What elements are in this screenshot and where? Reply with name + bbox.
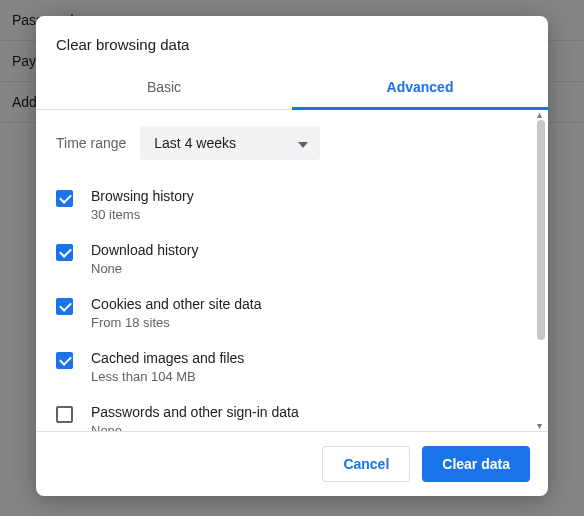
time-range-select[interactable]: Last 4 weeks: [140, 126, 320, 160]
scroll-down-icon[interactable]: ▾: [534, 421, 544, 431]
scroll-up-icon[interactable]: ▴: [534, 110, 544, 120]
item-sublabel: None: [91, 261, 198, 276]
item-label: Browsing history: [91, 188, 194, 204]
time-range-label: Time range: [56, 135, 126, 151]
item-label: Passwords and other sign-in data: [91, 404, 299, 420]
item-sublabel: 30 items: [91, 207, 194, 222]
time-range-value: Last 4 weeks: [154, 135, 236, 151]
dialog-body: Time range Last 4 weeks Browsing history…: [36, 110, 548, 431]
checkbox-browsing-history[interactable]: [56, 190, 73, 207]
tab-advanced[interactable]: Advanced: [292, 67, 548, 110]
item-sublabel: Less than 104 MB: [91, 369, 244, 384]
list-item: Browsing history 30 items: [56, 178, 530, 232]
scrollbar-thumb[interactable]: [537, 120, 545, 340]
checkbox-cookies[interactable]: [56, 298, 73, 315]
item-label: Download history: [91, 242, 198, 258]
list-item: Cached images and files Less than 104 MB: [56, 340, 530, 394]
checkbox-passwords[interactable]: [56, 406, 73, 423]
tabs: Basic Advanced: [36, 67, 548, 110]
checkbox-cache[interactable]: [56, 352, 73, 369]
item-label: Cookies and other site data: [91, 296, 261, 312]
list-item: Passwords and other sign-in data None: [56, 394, 530, 431]
checkbox-download-history[interactable]: [56, 244, 73, 261]
scrollbar[interactable]: ▴ ▾: [536, 114, 546, 427]
item-label: Cached images and files: [91, 350, 244, 366]
time-range-row: Time range Last 4 weeks: [56, 110, 530, 178]
item-sublabel: From 18 sites: [91, 315, 261, 330]
dialog-footer: Cancel Clear data: [36, 431, 548, 496]
item-sublabel: None: [91, 423, 299, 431]
dialog-title: Clear browsing data: [36, 16, 548, 67]
clear-browsing-data-dialog: Clear browsing data Basic Advanced Time …: [36, 16, 548, 496]
clear-data-button[interactable]: Clear data: [422, 446, 530, 482]
scroll-area[interactable]: Time range Last 4 weeks Browsing history…: [36, 110, 534, 431]
tab-basic[interactable]: Basic: [36, 67, 292, 109]
chevron-down-icon: [298, 135, 308, 151]
list-item: Cookies and other site data From 18 site…: [56, 286, 530, 340]
cancel-button[interactable]: Cancel: [322, 446, 410, 482]
list-item: Download history None: [56, 232, 530, 286]
